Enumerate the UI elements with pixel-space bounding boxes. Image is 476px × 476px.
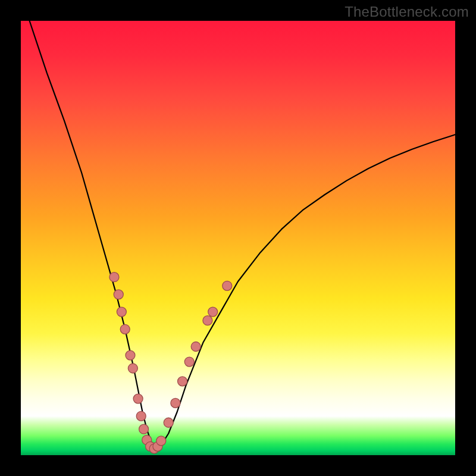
curve-bead [139, 424, 149, 434]
chart-container: TheBottleneck.com [0, 0, 476, 476]
curve-bead [156, 436, 166, 446]
curve-bead [109, 273, 119, 282]
curve-bead [133, 394, 143, 403]
bead-group [109, 273, 232, 453]
curve-bead [114, 290, 123, 299]
curve-bead [203, 316, 212, 325]
curve-bead [223, 281, 232, 290]
curve-bead [184, 357, 194, 367]
curve-bead [136, 411, 146, 421]
watermark-text: TheBottleneck.com [345, 4, 469, 20]
curve-svg [21, 21, 455, 455]
curve-bead [208, 307, 218, 317]
curve-bead [120, 324, 130, 334]
curve-bead [171, 398, 180, 408]
curve-bead [191, 342, 201, 352]
curve-bead [178, 377, 187, 386]
plot-area [21, 21, 455, 455]
curve-bead [117, 307, 126, 317]
curve-bead [128, 364, 137, 373]
bottleneck-curve [30, 21, 455, 449]
curve-bead [126, 350, 135, 360]
curve-bead [164, 418, 173, 427]
